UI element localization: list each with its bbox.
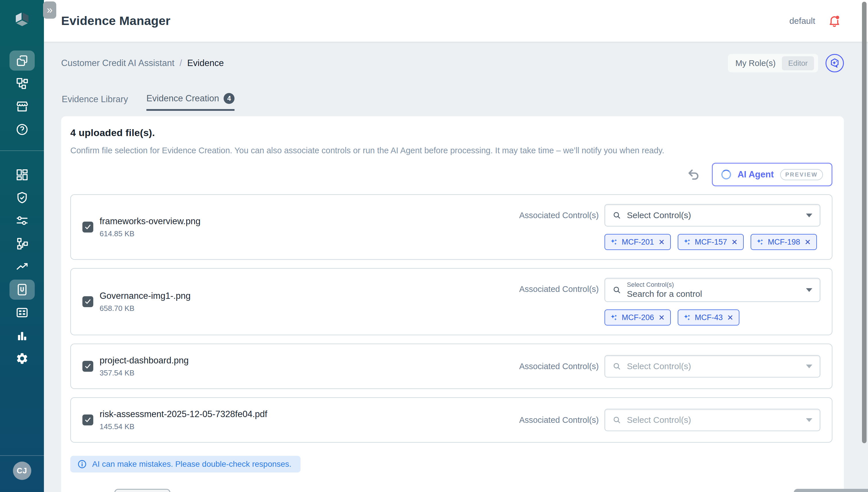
control-chip[interactable]: MCF-201 (604, 234, 671, 250)
file-card: frameworks-overview.png 614.85 KB Associ… (70, 194, 833, 260)
trending-up-icon (16, 260, 29, 273)
control-chip[interactable]: MCF-43 (678, 310, 740, 325)
footer-primary-button[interactable] (794, 489, 868, 492)
chevron-down-icon (806, 288, 812, 292)
sparkle-icon (757, 238, 764, 246)
select-placeholder: Search for a control (627, 289, 800, 299)
associated-controls-label: Associated Control(s) (519, 278, 599, 300)
file-checkbox[interactable] (82, 222, 93, 232)
shield-check-icon (16, 191, 29, 204)
scrollbar-track[interactable] (861, 0, 868, 492)
sidebar-item-evidence-files[interactable] (9, 51, 35, 71)
chip-row: MCF-206 MCF-43 (604, 310, 820, 325)
sparkle-icon (684, 238, 691, 246)
control-chip[interactable]: MCF-198 (751, 234, 817, 250)
file-checkbox[interactable] (82, 361, 93, 372)
remove-chip-icon[interactable] (658, 314, 665, 321)
sidebar-item-reports[interactable] (9, 325, 35, 346)
select-placeholder: Select Control(s) (627, 361, 800, 371)
undo-icon (687, 168, 700, 181)
associated-controls-label: Associated Control(s) (519, 204, 599, 226)
control-select[interactable]: Select Control(s) (604, 409, 820, 431)
check-icon (84, 363, 92, 370)
sidebar-item-hierarchy[interactable] (9, 73, 35, 94)
help-icon (16, 123, 29, 136)
sidebar-item-tables[interactable] (9, 302, 35, 323)
sparkle-icon (610, 314, 618, 321)
tab-evidence-creation[interactable]: Evidence Creation 4 (146, 93, 234, 111)
ai-disclaimer-banner: AI can make mistakes. Please double-chec… (70, 456, 300, 472)
control-chip-label: MCF-43 (695, 313, 723, 322)
app-logo-icon[interactable] (14, 11, 30, 28)
sidebar-item-help[interactable] (9, 119, 35, 140)
top-bar: Evidence Manager default (44, 0, 868, 42)
sidebar-item-compliance[interactable] (9, 188, 35, 208)
tab-bar: Evidence Library Evidence Creation 4 (61, 93, 844, 111)
ai-agent-label: AI Agent (737, 169, 774, 180)
control-chip-label: MCF-198 (768, 238, 800, 247)
info-icon (77, 459, 87, 469)
chevron-down-icon (806, 214, 812, 217)
my-roles-label: My Role(s) (736, 58, 775, 68)
search-icon (613, 286, 621, 294)
control-chip[interactable]: MCF-206 (604, 310, 671, 325)
sidebar-item-preferences[interactable] (9, 211, 35, 231)
folders-icon (16, 54, 29, 67)
notification-bell-icon[interactable] (828, 14, 841, 28)
associated-controls-label: Associated Control(s) (519, 355, 599, 377)
associated-controls-label: Associated Control(s) (519, 409, 599, 431)
control-select[interactable]: Select Control(s) (604, 204, 820, 226)
sidebar-item-workflows[interactable] (9, 233, 35, 254)
control-chip[interactable]: MCF-157 (678, 234, 744, 250)
sidebar-item-evidence-manager[interactable] (9, 279, 35, 300)
tab-evidence-library[interactable]: Evidence Library (62, 93, 128, 111)
check-icon (84, 298, 92, 305)
remove-chip-icon[interactable] (658, 239, 665, 245)
chip-row: MCF-201 MCF-157 MCF-198 (604, 234, 820, 250)
file-list: frameworks-overview.png 614.85 KB Associ… (70, 194, 833, 443)
undo-button[interactable] (687, 168, 700, 181)
table-icon (16, 306, 29, 319)
control-select[interactable]: Select Control(s) (604, 355, 820, 377)
file-checkbox[interactable] (82, 415, 93, 425)
role-badge: Editor (782, 56, 814, 70)
sidebar-divider (0, 455, 44, 456)
dashboard-icon (16, 168, 29, 181)
search-icon (613, 362, 621, 371)
file-card: project-dashboard.png 357.54 KB Associat… (70, 344, 833, 389)
sidebar-item-dashboard[interactable] (9, 165, 35, 185)
file-checkbox[interactable] (82, 296, 93, 307)
sidebar-item-analytics[interactable] (9, 256, 35, 277)
ai-assistant-icon (829, 57, 840, 69)
remove-chip-icon[interactable] (727, 314, 734, 321)
file-card: risk-assessment-2025-12-05-7328fe04.pdf … (70, 397, 833, 443)
storefront-icon (16, 100, 29, 113)
ai-disclaimer-text: AI can make mistakes. Please double-chec… (92, 460, 291, 469)
scrollbar-thumb[interactable] (862, 2, 867, 443)
sidebar-expand-button[interactable]: » (43, 1, 56, 19)
remove-chip-icon[interactable] (731, 239, 738, 245)
remove-chip-icon[interactable] (804, 239, 811, 245)
sparkle-icon (684, 314, 691, 321)
control-select[interactable]: Select Control(s) Search for a control (604, 278, 820, 302)
sidebar-item-marketplace[interactable] (9, 96, 35, 117)
control-chip-label: MCF-201 (622, 238, 654, 247)
sitemap-icon (16, 77, 29, 90)
ai-agent-toggle-button[interactable]: AI Agent PREVIEW (712, 163, 833, 186)
sparkle-icon (610, 238, 618, 246)
workspace-selector[interactable]: default (789, 16, 815, 26)
file-name: risk-assessment-2025-12-05-7328fe04.pdf (100, 409, 267, 419)
breadcrumb: Customer Credit AI Assistant / Evidence (61, 58, 224, 68)
sidebar-item-settings[interactable] (9, 348, 35, 369)
user-avatar[interactable]: CJ (13, 462, 31, 480)
control-chip-label: MCF-157 (695, 238, 727, 247)
footer-secondary-button[interactable] (114, 489, 171, 492)
tab-count-badge: 4 (224, 93, 234, 104)
ai-assistant-button[interactable] (825, 54, 844, 72)
check-icon (84, 223, 92, 231)
file-size: 614.85 KB (100, 229, 200, 238)
sidebar: CJ (0, 0, 44, 492)
breadcrumb-parent-link[interactable]: Customer Credit AI Assistant (61, 58, 175, 68)
select-label: Select Control(s) (627, 281, 800, 289)
file-size: 658.70 KB (100, 304, 191, 313)
